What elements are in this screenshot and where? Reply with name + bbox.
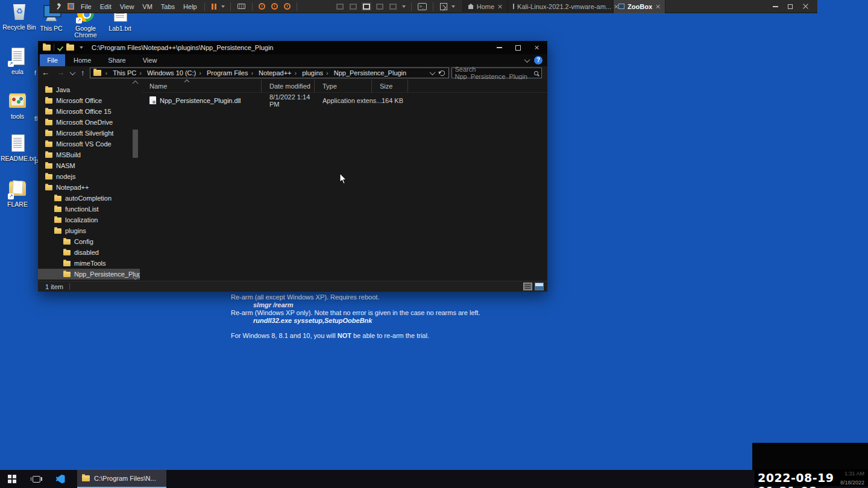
explorer-taskbar-button[interactable]: C:\Program Files\N... [77,470,166,488]
scroll-down-icon[interactable] [133,274,139,280]
tree-scrollbar[interactable] [133,80,138,281]
desktop-icon[interactable]: ↗ README.txt [1,133,34,162]
customize-qat-icon[interactable] [80,46,83,49]
close-tab-icon[interactable] [614,4,619,9]
tree-item[interactable]: nodejs [38,171,140,182]
scrollbar-thumb[interactable] [133,130,138,158]
vmware-menu-item[interactable]: Edit [96,0,116,13]
show-library-icon[interactable] [336,4,344,10]
task-view-button[interactable] [24,470,48,488]
search-icon[interactable] [534,71,538,75]
tree-item[interactable]: Java [38,84,140,95]
tree-item[interactable]: functionList [38,204,140,214]
close-icon[interactable] [534,45,539,50]
tree-item[interactable]: NASM [38,160,140,171]
power-pause-icon[interactable] [212,4,217,10]
unity-icon[interactable] [376,4,383,10]
details-view-button[interactable] [523,283,532,290]
tree-item[interactable]: Microsoft Office 15 [38,106,140,117]
breadcrumb-segment[interactable]: Program Files› [206,69,257,77]
search-input[interactable]: Search Npp_Persistence_Plugin [451,67,542,78]
tree-item[interactable]: Notepad++ [38,182,140,193]
tab-view[interactable]: View [134,54,166,66]
file-row[interactable]: Npp_Persistence_Plugin.dll 8/1/2022 1:14… [142,95,547,106]
column-header-name[interactable]: Name [142,80,262,93]
column-header-date[interactable]: Date modified [262,80,315,93]
breadcrumb-segment[interactable]: Npp_Persistence_Plugin› [333,69,407,77]
breadcrumb-segment[interactable]: This PC› [112,69,146,77]
tree-item[interactable]: Config [38,236,140,247]
new-folder-icon[interactable] [66,45,74,51]
show-thumbnail-bar-icon[interactable] [350,4,357,10]
close-tab-icon[interactable] [655,4,660,9]
recent-locations-icon[interactable] [70,69,76,75]
restore-icon[interactable] [788,4,793,9]
minimize-icon[interactable] [497,47,502,48]
help-icon[interactable]: ? [534,56,542,64]
desktop-icon-label: This PC [34,25,68,32]
tree-item[interactable]: Microsoft Office [38,95,140,106]
expand-ribbon-icon[interactable] [524,57,530,63]
start-button[interactable] [0,470,24,488]
tree-item[interactable]: localization [38,214,140,225]
fullscreen-icon[interactable] [363,4,370,10]
desktop-icon[interactable]: ↗ eula [1,46,34,75]
tab-home[interactable]: Home [65,54,99,66]
explorer-titlebar[interactable]: C:\Program Files\Notepad++\plugins\Npp_P… [38,41,547,54]
power-dropdown-icon[interactable] [221,5,225,8]
revert-snapshot-icon[interactable] [271,3,278,10]
vmware-menu-item[interactable]: File [77,0,96,13]
tree-item[interactable]: autoCompletion [38,193,140,204]
breadcrumb-segment[interactable]: Windows 10 (C:)› [146,69,206,77]
tree-item[interactable]: Microsoft VS Code [38,139,140,149]
tree-item[interactable]: mimeTools [38,258,140,269]
desktop-icon[interactable]: ↗ FLARE [1,179,34,208]
maximize-icon[interactable] [515,45,521,51]
library-icon[interactable] [68,3,74,10]
take-snapshot-icon[interactable] [259,3,265,10]
vmware-menu-item[interactable]: Help [179,0,201,13]
tree-item[interactable]: Microsoft Silverlight [38,128,140,139]
minimize-icon[interactable] [773,6,778,7]
address-bar[interactable]: › This PC›Windows 10 (C:)›Program Files›… [90,67,449,78]
scroll-up-icon[interactable] [133,81,139,87]
column-header-size[interactable]: Size [372,80,408,93]
vmware-menu-item[interactable]: VM [138,0,157,13]
desktop-icon[interactable]: ↗ tools [1,91,34,120]
tree-item[interactable]: Microsoft OneDrive [38,117,140,128]
back-button[interactable]: ← [38,66,53,80]
console-view-icon[interactable] [389,4,397,10]
address-dropdown-icon[interactable] [429,69,435,75]
folder-icon[interactable] [43,45,51,51]
tree-item[interactable]: MSBuild [38,149,140,160]
ctrl-alt-del-icon[interactable] [237,4,245,9]
vmware-tab[interactable]: Home [462,0,508,13]
vmware-tab[interactable]: ZooBox [613,0,665,13]
tree-item[interactable]: Npp_Persistence_Plugin [38,269,140,280]
tree-item[interactable]: plugins [38,225,140,236]
view-dropdown-icon[interactable] [402,5,406,8]
properties-icon[interactable] [57,45,63,51]
vscode-taskbar-button[interactable] [48,470,72,488]
manage-snapshots-icon[interactable] [284,3,291,10]
column-header-type[interactable]: Type [315,80,372,93]
breadcrumb-segment[interactable]: Notepad++› [257,69,301,77]
tab-share[interactable]: Share [99,54,134,66]
stretch-guest-icon[interactable] [440,3,447,10]
open-terminal-icon[interactable] [418,3,427,10]
desktop-icon[interactable]: ↗ Recycle Bin [2,2,36,31]
tab-file[interactable]: File [40,54,65,66]
close-icon[interactable] [802,3,809,10]
close-tab-icon[interactable] [497,4,502,9]
vmware-menu-item[interactable]: Tabs [157,0,179,13]
stretch-dropdown-icon[interactable] [451,5,455,8]
refresh-icon[interactable] [439,70,445,76]
tree-item[interactable]: disabled [38,247,140,258]
thumbnails-view-button[interactable] [535,283,544,290]
up-button[interactable]: ↑ [77,66,89,80]
pin-toolbar-icon[interactable] [54,2,63,11]
forward-button[interactable]: → [53,66,68,80]
breadcrumb-segment[interactable]: plugins› [301,69,333,77]
vmware-tab[interactable]: Kali-Linux-2021.2-vmware-am... [508,0,613,13]
vmware-menu-item[interactable]: View [116,0,139,13]
